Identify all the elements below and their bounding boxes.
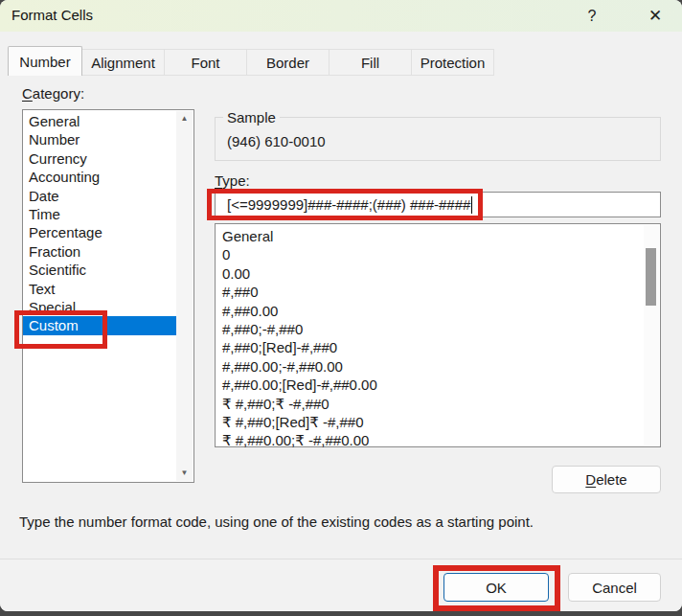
category-item-fraction[interactable]: Fraction [23,242,176,261]
tab-number-label: Number [19,54,70,70]
delete-button[interactable]: Delete [552,466,661,493]
category-item-text[interactable]: Text [23,280,176,298]
scroll-down-icon[interactable]: ▼ [181,466,189,481]
format-code-item[interactable]: 0 [216,245,643,263]
category-label: Category: [22,85,84,102]
category-listbox[interactable]: General Number Currency Accounting Date … [22,109,194,483]
format-code-item[interactable]: #,##0;-#,##0 [216,320,643,338]
category-item-currency[interactable]: Currency [23,149,176,168]
format-codes-scrollbar[interactable] [644,225,659,445]
category-scrollbar[interactable]: ▲ ▼ [176,111,193,481]
close-icon: ✕ [648,6,662,26]
format-codes-items: General 0 0.00 #,##0 #,##0.00 #,##0;-#,#… [216,227,643,450]
help-icon: ? [588,8,597,25]
tab-alignment-label: Alignment [91,55,155,71]
help-button[interactable]: ? [570,0,614,32]
type-label-rest: ype: [222,172,249,189]
cancel-button[interactable]: Cancel [568,573,661,602]
annotation-box-custom [14,310,107,349]
type-label: Type: [215,172,250,189]
format-code-item[interactable]: #,##0.00;-#,##0.00 [216,357,643,376]
category-item-time[interactable]: Time [23,205,176,223]
format-code-item[interactable]: #,##0;[Red]-#,##0 [216,338,643,356]
tab-font[interactable]: Font [164,49,247,76]
format-code-item[interactable]: #,##0 [216,283,643,301]
scroll-up-icon[interactable]: ▲ [181,111,189,126]
annotation-box-ok [433,565,560,611]
tab-number[interactable]: Number [8,46,82,76]
format-code-item[interactable]: #,##0.00 [216,302,643,320]
scrollbar-thumb[interactable] [646,248,656,306]
annotation-box-type-input [207,189,483,220]
category-item-accounting[interactable]: Accounting [23,168,176,186]
delete-accesskey: D [585,471,596,488]
format-code-item[interactable]: General [216,227,643,245]
format-code-item[interactable]: ₹ #,##0;₹ -#,##0 [216,395,643,413]
close-button[interactable]: ✕ [633,0,677,32]
title-bar: Format Cells ? ✕ [0,0,682,32]
tab-border[interactable]: Border [246,49,330,76]
category-item-percentage[interactable]: Percentage [23,223,176,241]
delete-button-label: Delete [585,471,626,488]
tab-strip: Number Alignment Font Border Fill Protec… [8,47,493,76]
dialog-title: Format Cells [11,7,93,23]
category-item-scientific[interactable]: Scientific [23,261,176,279]
sample-value: (946) 610-0010 [227,133,326,149]
tab-fill-label: Fill [361,55,379,71]
tab-border-label: Border [266,55,309,71]
sample-label: Sample [223,109,280,125]
tab-fill[interactable]: Fill [329,49,412,76]
category-item-general[interactable]: General [23,112,176,130]
format-code-item[interactable]: ₹ #,##0.00;₹ -#,##0.00 [216,431,643,449]
format-code-item[interactable]: 0.00 [216,264,643,283]
sample-groupbox: Sample (946) 610-0010 [215,117,661,161]
category-label-rest: ategory: [33,85,84,102]
tab-protection[interactable]: Protection [411,49,494,76]
category-label-accesskey: C [22,85,33,102]
format-codes-listbox[interactable]: General 0 0.00 #,##0 #,##0.00 #,##0;-#,#… [215,223,661,447]
tab-font-label: Font [191,55,219,71]
cancel-button-label: Cancel [592,580,637,596]
category-item-number[interactable]: Number [23,130,176,148]
tab-protection-label: Protection [421,55,486,71]
format-code-item[interactable]: ₹ #,##0;[Red]₹ -#,##0 [216,413,643,431]
category-item-date[interactable]: Date [23,187,176,205]
category-items: General Number Currency Accounting Date … [23,112,176,335]
help-text: Type the number format code, using one o… [19,513,534,530]
tab-alignment[interactable]: Alignment [81,49,165,76]
format-cells-dialog: Format Cells ? ✕ Number Alignment Font B… [0,0,682,611]
format-code-item[interactable]: #,##0.00;[Red]-#,##0.00 [216,376,643,394]
delete-label-rest: elete [596,471,627,488]
